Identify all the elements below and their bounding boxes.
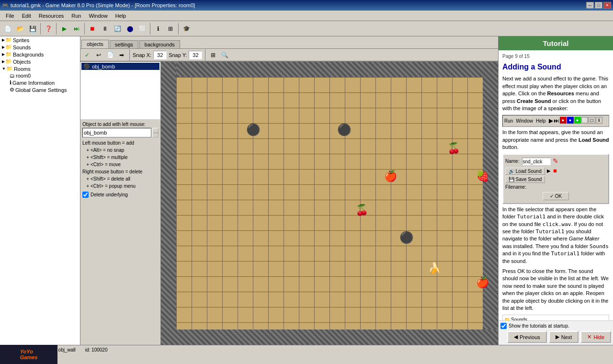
tutorial-toolbar-image: Run Window Help ▶ ⏭ ● ● ● ⬜ ◻ ℹ: [502, 115, 609, 127]
tab-backgrounds[interactable]: backgrounds: [139, 40, 180, 48]
menu-run[interactable]: Run: [68, 12, 85, 20]
tutorial-button[interactable]: 🎓: [181, 23, 192, 34]
game-information-label: Game Information: [12, 80, 55, 86]
delete-underlying-label: Delete underlying: [91, 192, 128, 197]
tree-objects[interactable]: ▶ 📁 Objects: [0, 58, 80, 65]
open-button[interactable]: 📂: [14, 23, 26, 34]
obj-add-label: Object to add with left mouse:: [82, 122, 159, 127]
help-button[interactable]: ❓: [43, 23, 54, 34]
obj-cherry-1: 🍒: [447, 142, 460, 155]
play-button[interactable]: ▶: [58, 23, 70, 34]
tutorial-section-title: Adding a Sound: [502, 62, 609, 72]
obj-bomb-label: obj_bomb: [92, 64, 115, 69]
obj-controls: Object to add with left mouse: ⋯ Left mo…: [80, 119, 160, 200]
snap-x-input[interactable]: [153, 51, 167, 59]
tutorial-page-info: Page 9 of 15: [502, 53, 609, 60]
tab-settings[interactable]: settings: [110, 40, 138, 48]
stop-button[interactable]: ⏹: [87, 23, 98, 34]
step-button[interactable]: ⏭: [71, 23, 82, 34]
snap-y-input[interactable]: [189, 51, 202, 59]
tutorial-para-2: In the form that appears, give the sound…: [502, 129, 609, 151]
yoyo-logo-area: YoYoGames: [0, 345, 57, 364]
undo-button[interactable]: ↩: [94, 50, 103, 60]
tree-sprites[interactable]: ▶ 📁 Sprites: [0, 36, 80, 44]
tutorial-para-3: In the file selector that appears open t…: [502, 206, 609, 265]
form-name-label: Name:: [505, 158, 519, 165]
sprites-arrow: ▶: [2, 38, 5, 42]
tree-game-information[interactable]: ℹ Game Information: [0, 79, 80, 86]
clear-button[interactable]: 📄: [105, 50, 115, 60]
tut-tree-sounds-label: Sounds: [511, 317, 527, 320]
tree-sounds[interactable]: ▶ 📁 Sounds: [0, 44, 80, 51]
yoyo-logo: YoYoGames: [20, 349, 38, 360]
hide-button[interactable]: ✕ Hide: [580, 331, 611, 343]
statusbar: x: 608 y: 0 object: obj_wall id: 100020: [0, 345, 613, 354]
rooms-arrow: ▼: [2, 67, 6, 71]
obj-bomb-1: ⚫: [246, 123, 261, 136]
restore-button[interactable]: □: [595, 2, 602, 9]
save-button[interactable]: 💾: [27, 23, 38, 34]
minimize-button[interactable]: ─: [586, 2, 594, 9]
show-startup-checkbox[interactable]: [500, 323, 507, 329]
restart-button[interactable]: 🔄: [112, 23, 123, 34]
room-toolbar: ✓ ↩ 📄 ➡ Snap X: Snap Y: ⊞ 🔍: [80, 49, 498, 61]
menu-edit[interactable]: Edit: [18, 12, 35, 20]
tutorial-para-1: Next we add a sound effect to the game. …: [502, 75, 609, 112]
close-button[interactable]: ✕: [603, 2, 611, 9]
tab-objects[interactable]: objects: [81, 40, 109, 48]
obj-banana-2: 🍌: [428, 262, 441, 274]
room0-label: room0: [16, 73, 31, 79]
tutorial-sound-form: Name: ✎ 🔊 Load Sound ▶ ⏹ 💾 Save Sound Fi…: [502, 154, 609, 204]
status-id: id: 100020: [85, 347, 108, 353]
tree-global-settings[interactable]: ⚙ Global Game Settings: [0, 86, 80, 93]
square-button[interactable]: ⬜: [136, 23, 148, 34]
tutorial-header: Tutorial: [499, 36, 613, 50]
sep3: [84, 23, 85, 34]
tutorial-content: Page 9 of 15 Adding a Sound Next we add …: [499, 50, 613, 320]
previous-button[interactable]: ◀ Previous: [507, 331, 547, 343]
form-ok-btn: ✓ OK: [543, 192, 569, 200]
move-button[interactable]: ➡: [117, 50, 126, 60]
obj-strawberry-1: 🍓: [476, 170, 489, 182]
menu-window[interactable]: Window: [85, 12, 111, 20]
menu-file[interactable]: File: [2, 12, 18, 20]
record-button[interactable]: ⬤: [124, 23, 136, 34]
obj-browse-button[interactable]: ⋯: [152, 128, 159, 137]
menu-help[interactable]: Help: [112, 12, 130, 20]
info-button[interactable]: ℹ: [152, 23, 164, 34]
obj-cherry-2: 🍒: [355, 204, 368, 216]
hints-text: Left mouse button = add + <Alt> = no sna…: [82, 139, 159, 190]
sep4: [150, 23, 150, 34]
delete-underlying-checkbox[interactable]: [82, 192, 89, 198]
obj-bomb-item[interactable]: ⚫ obj_bomb: [81, 63, 159, 70]
new-button[interactable]: 📄: [2, 23, 13, 34]
form-filename-label: Filename:: [505, 184, 606, 191]
prev-arrow-icon: ◀: [514, 334, 518, 340]
delete-underlying-row: Delete underlying: [82, 192, 159, 198]
obj-apple-2: 🍎: [476, 276, 489, 289]
tutorial-footer: Show the tutorials at startup. ◀ Previou…: [499, 320, 613, 345]
form-save-sound-btn: 💾 Save Sound: [505, 176, 545, 183]
grid-toggle-button[interactable]: ⊞: [208, 50, 218, 60]
tutorial-panel: Tutorial Page 9 of 15 Adding a Sound Nex…: [498, 36, 613, 345]
grid-button[interactable]: ⊞: [165, 23, 176, 34]
resource-tree: ▶ 📁 Sprites ▶ 📁 Sounds ▶ 📁 Backgrounds ▶…: [0, 36, 80, 345]
tree-room0[interactable]: 🗂 room0: [0, 72, 80, 79]
tutorial-title-text: Tutorial: [543, 39, 569, 47]
pause-button[interactable]: ⏸: [99, 23, 111, 34]
wall-left: [161, 62, 176, 345]
menu-resources[interactable]: Resources: [35, 12, 68, 20]
sprites-label: Sprites: [13, 37, 29, 43]
next-button[interactable]: ▶ Next: [549, 331, 579, 343]
obj-name-input[interactable]: [82, 128, 151, 137]
tree-backgrounds[interactable]: ▶ 📁 Backgrounds: [0, 51, 80, 58]
toolbar: 📄 📂 💾 ❓ ▶ ⏭ ⏹ ⏸ 🔄 ⬤ ⬜ ℹ ⊞ 🎓: [0, 21, 613, 36]
confirm-button[interactable]: ✓: [82, 50, 92, 60]
obj-bomb-2: ⚫: [337, 123, 352, 136]
sep5: [178, 23, 179, 34]
search-button[interactable]: 🔍: [220, 50, 229, 60]
tree-rooms[interactable]: ▼ 📁 Rooms: [0, 65, 80, 72]
room-tabs: objects settings backgrounds: [80, 36, 498, 49]
titlebar-title: tutorial1.gmk - Game Maker 8.0 Pro (Simp…: [11, 2, 586, 8]
wall-bottom: [161, 330, 498, 345]
